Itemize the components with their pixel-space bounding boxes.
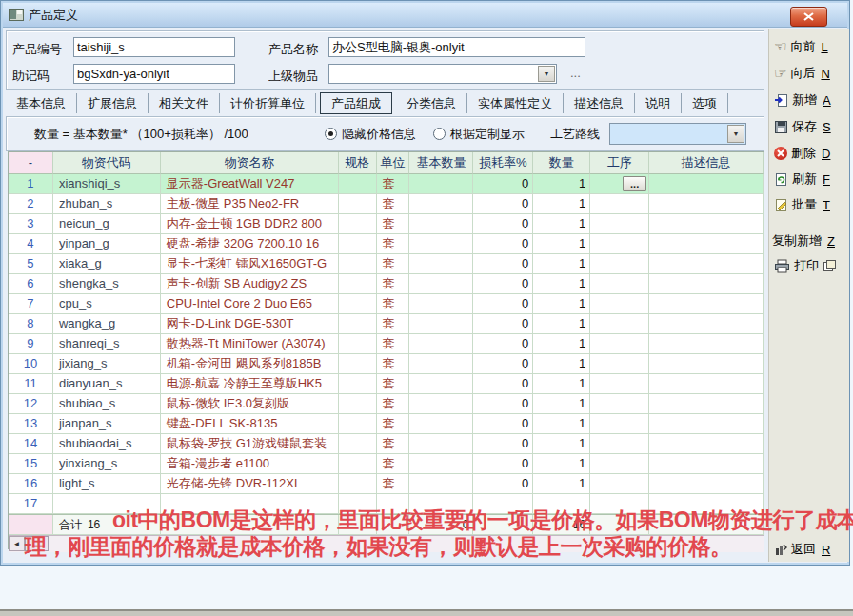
- table-cell: [590, 254, 649, 274]
- close-button[interactable]: [790, 7, 827, 27]
- table-cell: 1: [533, 314, 590, 334]
- radio-hide-price-label: 隐藏价格信息: [342, 127, 416, 141]
- col-header-spec[interactable]: 规格: [339, 152, 377, 174]
- tab-entity-attributes[interactable]: 实体属性定义: [467, 93, 564, 113]
- refresh-button[interactable]: 刷新F: [774, 170, 830, 188]
- col-header-loss-rate[interactable]: 损耗率%: [473, 152, 533, 174]
- table-row[interactable]: 6shengka_s声卡-创新 SB Audigy2 ZS套01: [9, 274, 764, 294]
- tab-description-info[interactable]: 描述信息: [564, 93, 635, 113]
- scroll-left-arrow-icon[interactable]: ◄: [9, 536, 25, 551]
- col-header-name[interactable]: 物资名称: [161, 152, 339, 174]
- batch-button[interactable]: 批量T: [774, 196, 830, 213]
- table-cell: 0: [473, 474, 533, 494]
- product-name-input[interactable]: [328, 37, 585, 57]
- printer-icon: [774, 259, 790, 273]
- table-cell: cpu_s: [53, 294, 161, 314]
- col-header-unit[interactable]: 单位: [377, 152, 410, 174]
- table-cell: [590, 474, 649, 494]
- table-row[interactable]: 11dianyuan_s电源-航嘉 冷静王至尊版HK5套01: [9, 374, 764, 394]
- table-row[interactable]: 12shubiao_s鼠标-微软 IE3.0复刻版套01: [9, 394, 764, 414]
- table-cell: 0: [473, 434, 533, 454]
- tab-notes[interactable]: 说明: [635, 93, 682, 113]
- table-cell: [649, 314, 764, 334]
- chevron-down-icon[interactable]: ▼: [538, 66, 555, 82]
- tab-basic-info[interactable]: 基本信息: [6, 93, 77, 113]
- col-header-code[interactable]: 物资代码: [53, 152, 161, 174]
- table-row[interactable]: 10jixiang_s机箱-金河田 飓风系列8185B套01: [9, 354, 764, 374]
- table-row[interactable]: 1xianshiqi_s显示器-GreatWall V247套01...: [9, 174, 764, 194]
- chevron-down-icon[interactable]: ▼: [727, 125, 744, 143]
- table-cell: 网卡-D-Link DGE-530T: [161, 314, 339, 334]
- table-row[interactable]: 15yinxiang_s音箱-漫步者 e1100套01: [9, 454, 764, 474]
- add-button[interactable]: 新增A: [774, 91, 831, 109]
- radio-hide-price[interactable]: 隐藏价格信息: [325, 126, 416, 143]
- route-select[interactable]: ▼: [609, 123, 746, 145]
- table-cell: [649, 414, 764, 434]
- table-cell: [590, 394, 649, 414]
- radio-custom-display[interactable]: 根据定制显示: [433, 126, 525, 143]
- col-header-qty[interactable]: 数量: [533, 152, 590, 174]
- tab-related-files[interactable]: 相关文件: [149, 93, 220, 113]
- process-picker-button[interactable]: ...: [623, 176, 646, 191]
- parent-item-select[interactable]: ▼: [328, 64, 557, 84]
- tab-category-info[interactable]: 分类信息: [396, 93, 467, 113]
- table-row[interactable]: 2zhuban_s主板-微星 P35 Neo2-FR套01: [9, 194, 764, 214]
- product-form: 产品编号 产品名称 助记码 上级物品 ▼ ...: [6, 30, 764, 90]
- table-cell: [339, 374, 377, 394]
- table-row[interactable]: 9shanreqi_s散热器-Tt MiniTower (A3074)套01: [9, 334, 764, 354]
- table-cell: 套: [377, 234, 410, 254]
- save-key: S: [823, 120, 831, 134]
- col-header-process[interactable]: 工序: [590, 152, 649, 174]
- table-cell: 0: [473, 354, 533, 374]
- col-header-seq[interactable]: -: [9, 152, 53, 174]
- col-header-description[interactable]: 描述信息: [649, 152, 764, 174]
- table-cell: 套: [377, 334, 410, 354]
- product-code-label: 产品编号: [12, 41, 62, 58]
- table-cell: [339, 474, 377, 494]
- table-cell: [339, 174, 377, 194]
- save-button[interactable]: 保存S: [774, 118, 831, 135]
- copy-add-button[interactable]: 复制新增Z: [772, 232, 835, 249]
- close-icon: [803, 12, 814, 21]
- table-cell: [339, 334, 377, 354]
- table-row[interactable]: 14shubiaodai_s鼠标袋-罗技 G1游戏键鼠套装套01: [9, 434, 764, 454]
- table-row[interactable]: 16light_s光存储-先锋 DVR-112XL套01: [9, 474, 764, 494]
- table-cell: 套: [377, 254, 410, 274]
- delete-button[interactable]: 删除D: [774, 145, 830, 162]
- print-button[interactable]: 打印: [774, 257, 837, 274]
- tab-extended-info[interactable]: 扩展信息: [77, 93, 149, 113]
- tab-options[interactable]: 选项: [682, 93, 728, 113]
- tab-product-composition[interactable]: 产品组成: [320, 92, 392, 114]
- mnemonic-input[interactable]: [73, 64, 235, 84]
- table-cell: 1: [533, 234, 590, 254]
- table-row[interactable]: 5xiaka_g显卡-七彩虹 镭风X1650GT-G套01: [9, 254, 764, 274]
- table-row[interactable]: 7cpu_sCPU-Intel Core 2 Duo E65套01: [9, 294, 764, 314]
- table-cell: [649, 234, 764, 254]
- table-row[interactable]: 8wangka_g网卡-D-Link DGE-530T套01: [9, 314, 764, 334]
- table-cell: 0: [473, 334, 533, 354]
- table-cell: xiaka_g: [53, 254, 161, 274]
- table-cell: [339, 214, 377, 234]
- table-row[interactable]: 4yinpan_g硬盘-希捷 320G 7200.10 16套01: [9, 234, 764, 254]
- batch-key: T: [823, 198, 830, 212]
- table-row[interactable]: 3neicun_g内存-金士顿 1GB DDR2 800套01: [9, 214, 764, 234]
- table-cell: 套: [377, 354, 410, 374]
- table-cell: [590, 314, 649, 334]
- table-row[interactable]: 13jianpan_s键盘-DELL SK-8135套01: [9, 414, 764, 434]
- return-button[interactable]: 返回R: [774, 541, 830, 558]
- prev-button[interactable]: ☜ 向前L: [774, 38, 828, 55]
- batch-edit-icon: [774, 198, 788, 212]
- table-cell: [590, 454, 649, 474]
- product-code-input[interactable]: [73, 37, 235, 57]
- table-cell: 0: [473, 214, 533, 234]
- delete-label: 删除: [791, 145, 816, 162]
- next-button[interactable]: ☞ 向后N: [774, 65, 830, 82]
- save-floppy-icon: [774, 120, 788, 134]
- table-cell: 10: [9, 354, 53, 374]
- table-cell: 套: [377, 454, 410, 474]
- table-cell: [590, 354, 649, 374]
- col-header-base-qty[interactable]: 基本数量: [409, 152, 473, 174]
- table-cell: [339, 234, 377, 254]
- tab-pricing-unit[interactable]: 计价折算单位: [220, 93, 316, 113]
- table-cell: 主板-微星 P35 Neo2-FR: [161, 194, 339, 214]
